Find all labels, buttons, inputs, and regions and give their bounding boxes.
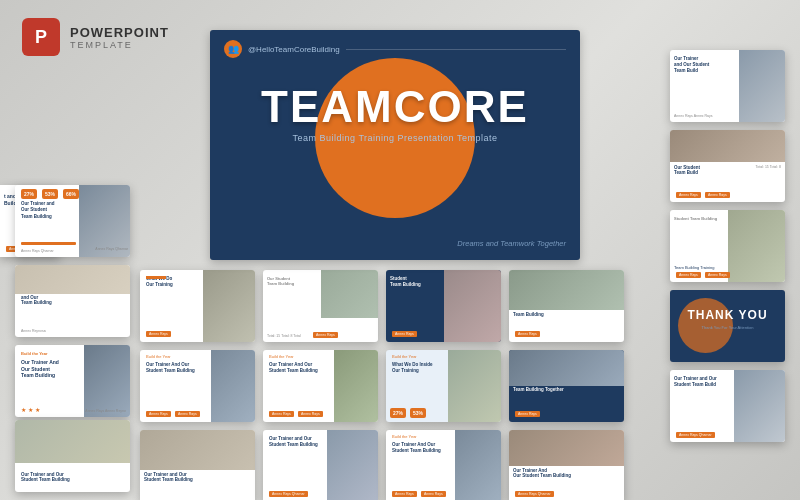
names: Annex Rays xyxy=(515,411,540,417)
names: Annex Rays xyxy=(146,331,171,337)
photo-top xyxy=(15,265,130,294)
trainer-name2: Annex Rays Qharnar xyxy=(95,247,128,251)
names: Annex Rays xyxy=(392,331,417,337)
photo xyxy=(728,210,786,282)
photo xyxy=(455,430,501,500)
slide-right-4-thankyou: THANK YOU Thank You For Your Attention xyxy=(670,290,785,362)
names-label: Annex Rays Annex Rays xyxy=(674,114,713,118)
photo xyxy=(211,350,255,422)
names: Annex Rays Annex Rays xyxy=(146,411,200,417)
thank-you-text: THANK YOU xyxy=(670,308,785,322)
names: Annex Rays Annex Rays xyxy=(676,192,730,198)
trainer-name: Annex Rays Qharnar xyxy=(21,249,54,253)
photo xyxy=(739,50,785,122)
photo xyxy=(444,270,502,342)
main-slide: @HelloTeamCoreBuilding TEAMCORE Team Bui… xyxy=(210,30,580,260)
slide-text: Our Trainer and OurStudent Team Building xyxy=(21,472,70,482)
slide-right-1: Our Trainerand Our StudentTeam Build Ann… xyxy=(670,50,785,122)
name: Annex Reynosa xyxy=(21,329,46,333)
names: Annex Rays Qharnar xyxy=(676,432,715,438)
eyebrow: Build the Year xyxy=(269,354,294,359)
photo xyxy=(84,345,130,417)
photo xyxy=(140,430,255,470)
powerpoint-icon: P xyxy=(22,18,60,56)
slide-text: Our Trainer and OurStudent Team Building xyxy=(269,436,318,449)
slide-text: Our Trainer and OurStudent Team Build xyxy=(674,376,717,389)
slide-c1-2: Our StudentTeam Building Total: 15 Total… xyxy=(263,270,378,342)
thank-you-sub: Thank You For Your Attention xyxy=(670,325,785,330)
hbar xyxy=(21,242,76,245)
handle-text: @HelloTeamCoreBuilding xyxy=(248,45,340,54)
slide-text: Our Trainer AndOur Student Team Building xyxy=(513,468,571,478)
slide-c2-3: Build the Year What We Do InsideOur Trai… xyxy=(386,350,501,422)
slide-right-2: Our StudentTeam Build Total: 15 Total: 8… xyxy=(670,130,785,202)
slide-left-3: Build the Year Our Trainer AndOur Studen… xyxy=(15,345,130,417)
slide-c2-1: Build the Year Our Trainer And OurStuden… xyxy=(140,350,255,422)
main-subtitle: Team Building Training Presentation Temp… xyxy=(210,133,580,143)
stats: Total: 15 Total: 8 xyxy=(756,165,781,169)
slide-text: Team Building Training xyxy=(674,265,714,270)
branding-area: P POWERPOINT TEMPLATE xyxy=(22,18,169,56)
slide-text: Our StudentTeam Build xyxy=(674,165,700,175)
photo xyxy=(509,350,624,386)
slide-text: StudentTeam Building xyxy=(390,276,441,289)
names: Annex Rays Qharnar xyxy=(269,491,308,497)
eyebrow: Build the Year xyxy=(146,354,171,359)
slide-text: Team Building Together xyxy=(513,387,620,393)
stat-chips: 27% 53% 66% xyxy=(21,189,81,199)
branding-text: POWERPOINT TEMPLATE xyxy=(70,25,169,50)
names: Annex Rays Qharnar xyxy=(515,491,554,497)
slide-c2-4: Team Building Together Annex Rays xyxy=(509,350,624,422)
photo xyxy=(15,420,130,463)
eyebrow: Build the Year xyxy=(392,354,417,359)
slide-text: and OurTeam Building xyxy=(21,295,52,305)
eyebrow: Student Team Building xyxy=(674,216,717,221)
main-content: TEAMCORE Team Building Training Presenta… xyxy=(210,85,580,143)
slide-right-5: Our Trainer and OurStudent Team Build An… xyxy=(670,370,785,442)
photo xyxy=(670,130,785,162)
slide-c3-3: Build the Year Our Trainer And OurStuden… xyxy=(386,430,501,500)
slide-c2-2: Build the Year Our Trainer And OurStuden… xyxy=(263,350,378,422)
slide-c3-2: Our Trainer and OurStudent Team Building… xyxy=(263,430,378,500)
names: Annex Rays Annex Reyno xyxy=(85,409,126,413)
slide-left-2: and OurTeam Building Annex Reynosa xyxy=(15,265,130,337)
slide-left-4: Our Trainer and OurStudent Team Building xyxy=(15,420,130,492)
brand-title: POWERPOINT xyxy=(70,25,169,40)
main-tagline: Dreams and Teamwork Together xyxy=(457,239,566,248)
stats: Total: 15 Total: 8 Total xyxy=(267,334,301,338)
main-title: TEAMCORE xyxy=(210,85,580,129)
slide-text: Team Building xyxy=(513,312,544,317)
slide-text: Our Trainer and OurStudent Team Building xyxy=(144,472,193,482)
slide-c3-4: Our Trainer AndOur Student Team Building… xyxy=(509,430,624,500)
photo xyxy=(509,430,624,466)
slide-c1-1: What We DoOur Training Annex Rays xyxy=(140,270,255,342)
slide-c1-4: Team Building Annex Rays xyxy=(509,270,624,342)
eyebrow: Build the Year xyxy=(392,434,417,439)
names: Annex Rays Annex Rays xyxy=(392,491,446,497)
photo xyxy=(334,350,378,422)
photo xyxy=(321,270,379,318)
photo xyxy=(448,350,501,422)
photo xyxy=(509,270,624,310)
slide-c3-1: Our Trainer and OurStudent Team Building xyxy=(140,430,255,500)
eyebrow: Our StudentTeam Building xyxy=(267,276,294,286)
photo xyxy=(203,270,255,342)
stat-chips: 27% 53% xyxy=(390,408,428,418)
photo xyxy=(734,370,785,442)
slide-left-1: 27% 53% 66% Our Trainer andOur StudentTe… xyxy=(15,185,130,257)
names: Annex Rays xyxy=(313,332,338,338)
slide-right-3: Student Team Building Team Building Trai… xyxy=(670,210,785,282)
handle-icon xyxy=(224,40,242,58)
names: Annex Rays Annex Rays xyxy=(676,272,730,278)
brand-subtitle: TEMPLATE xyxy=(70,40,169,50)
slide-c1-3: StudentTeam Building Annex Rays xyxy=(386,270,501,342)
photo xyxy=(327,430,378,500)
slide-text: Our Trainer andOur StudentTeam Building xyxy=(21,201,55,220)
slide-header: @HelloTeamCoreBuilding xyxy=(224,40,566,58)
stars: ★ ★ ★ xyxy=(21,406,40,413)
slide-text: What We Do InsideOur Training xyxy=(392,362,446,375)
header-line xyxy=(346,49,566,50)
names: Annex Rays xyxy=(515,331,540,337)
color-bar xyxy=(146,276,166,279)
eyebrow: Build the Year xyxy=(21,351,48,356)
